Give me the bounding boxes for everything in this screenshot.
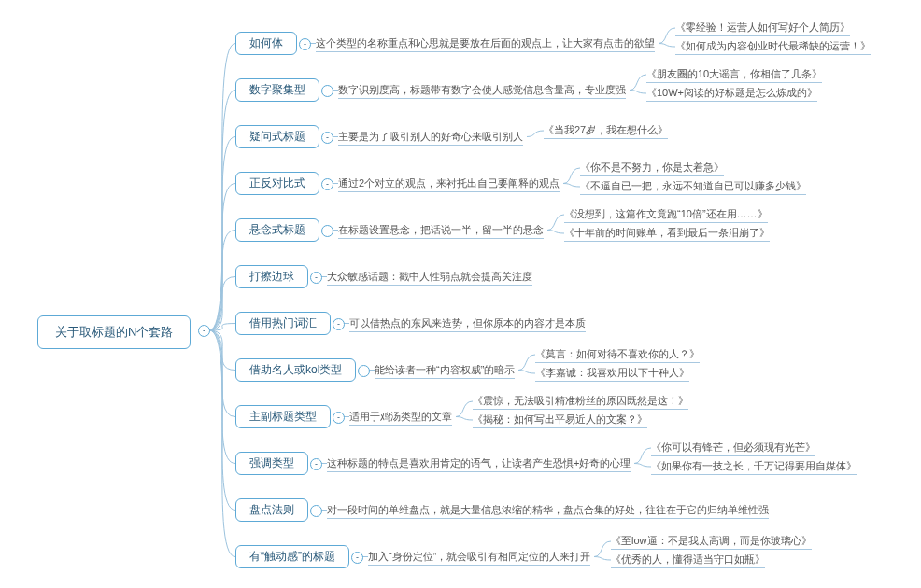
category-node[interactable]: 疑问式标题: [235, 125, 319, 148]
example-text: 《10W+阅读的好标题是怎么炼成的》: [646, 86, 817, 102]
category-node[interactable]: 有“触动感”的标题: [235, 545, 349, 568]
category-desc: 大众敏感话题：戳中人性弱点就会提高关注度: [327, 270, 532, 286]
root-node[interactable]: 关于取标题的N个套路: [37, 315, 191, 349]
example-label: 《没想到，这篇作文竟跑“10倍”还在用……》: [564, 208, 768, 219]
category-node[interactable]: 打擦边球: [235, 265, 308, 288]
example-text: 《你可以有锋芒，但必须现有光芒》: [651, 441, 815, 456]
category-collapse-toggle[interactable]: -: [310, 505, 322, 517]
example-text: 《李嘉诚：我喜欢用以下十种人》: [535, 366, 689, 382]
example-text: 《如果你有一技之长，千万记得要用自媒体》: [651, 459, 857, 475]
root-label: 关于取标题的N个套路: [55, 325, 173, 339]
minus-icon: -: [326, 86, 329, 95]
example-label: 《李嘉诚：我喜欢用以下十种人》: [535, 367, 689, 378]
desc-text: 可以借热点的东风来造势，但你原本的内容才是本质: [349, 317, 586, 329]
category-collapse-toggle[interactable]: -: [321, 178, 333, 190]
desc-text: 通过2个对立的观点，来衬托出自已要阐释的观点: [338, 177, 560, 189]
desc-text: 数字识别度高，标题带有数字会使人感觉信息含量高，专业度强: [338, 84, 626, 95]
example-label: 《如何成为内容创业时代最稀缺的运营！》: [675, 40, 871, 51]
category-label: 正反对比式: [249, 176, 305, 189]
example-text: 《朋友圈的10大谣言，你相信了几条》: [646, 67, 822, 83]
category-desc: 加入“身份定位”，就会吸引有相同定位的人来打开: [368, 550, 590, 566]
example-text: 《优秀的人，懂得适当守口如瓶》: [611, 553, 765, 568]
example-text: 《至low逼：不是我太高调，而是你玻璃心》: [611, 534, 812, 550]
minus-icon: -: [362, 366, 365, 375]
category-node[interactable]: 主副标题类型: [235, 405, 331, 428]
desc-text: 大众敏感话题：戳中人性弱点就会提高关注度: [327, 271, 532, 282]
example-text: 《如何成为内容创业时代最稀缺的运营！》: [675, 39, 871, 55]
desc-text: 主要是为了吸引别人的好奇心来吸引别人: [338, 131, 523, 142]
category-collapse-toggle[interactable]: -: [321, 85, 333, 97]
category-collapse-toggle[interactable]: -: [351, 552, 363, 564]
category-node[interactable]: 强调类型: [235, 452, 308, 475]
example-text: 《十年前的时间账单，看到最后一条泪崩了》: [564, 226, 770, 242]
desc-text: 这种标题的特点是喜欢用肯定的语气，让读者产生恐惧+好奇的心理: [327, 457, 631, 469]
example-label: 《你不是不努力，你是太着急》: [580, 161, 724, 173]
category-label: 打擦边球: [249, 270, 294, 283]
example-label: 《不逼自已一把，永远不知道自已可以赚多少钱》: [580, 180, 806, 191]
example-label: 《零经验！运营人如何写好个人简历》: [675, 21, 850, 33]
category-desc: 对一段时间的单维盘点，就是大量信息浓缩的精华，盘点合集的好处，往往在于它的归纳单…: [327, 503, 769, 519]
minus-icon: -: [304, 39, 306, 49]
category-label: 强调类型: [249, 456, 294, 469]
category-desc: 可以借热点的东风来造势，但你原本的内容才是本质: [349, 316, 586, 332]
category-desc: 这个类型的名称重点和心思就是要放在后面的观点上，让大家有点击的欲望: [316, 36, 655, 52]
desc-text: 加入“身份定位”，就会吸引有相同定位的人来打开: [368, 551, 590, 562]
minus-icon: -: [326, 133, 329, 142]
example-text: 《没想到，这篇作文竟跑“10倍”还在用……》: [564, 207, 768, 223]
category-collapse-toggle[interactable]: -: [321, 225, 333, 237]
minus-icon: -: [326, 179, 329, 189]
category-collapse-toggle[interactable]: -: [333, 318, 345, 330]
category-node[interactable]: 悬念式标题: [235, 218, 319, 242]
desc-text: 对一段时间的单维盘点，就是大量信息浓缩的精华，盘点合集的好处，往往在于它的归纳单…: [327, 504, 769, 515]
minus-icon: -: [315, 459, 318, 469]
minus-icon: -: [337, 413, 340, 422]
category-label: 借用热门词汇: [249, 316, 317, 329]
category-label: 悬念式标题: [249, 223, 305, 236]
desc-text: 在标题设置悬念，把话说一半，留一半的悬念: [338, 224, 544, 235]
category-desc: 通过2个对立的观点，来衬托出自已要阐释的观点: [338, 176, 560, 192]
category-collapse-toggle[interactable]: -: [310, 458, 322, 470]
minus-icon: -: [337, 319, 340, 329]
example-label: 《莫言：如何对待不喜欢你的人？》: [535, 348, 700, 359]
example-text: 《你不是不努力，你是太着急》: [580, 161, 724, 176]
minus-icon: -: [315, 506, 318, 515]
category-node[interactable]: 借助名人或kol类型: [235, 358, 356, 382]
category-label: 数字聚集型: [249, 83, 305, 96]
category-collapse-toggle[interactable]: -: [333, 412, 345, 424]
example-text: 《震惊，无法吸引精准粉丝的原因既然是这！》: [473, 394, 688, 410]
category-label: 借助名人或kol类型: [249, 363, 342, 376]
category-desc: 在标题设置悬念，把话说一半，留一半的悬念: [338, 223, 544, 239]
category-collapse-toggle[interactable]: -: [310, 272, 322, 284]
minus-icon: -: [356, 553, 359, 562]
category-desc: 主要是为了吸引别人的好奇心来吸引别人: [338, 130, 523, 146]
example-label: 《优秀的人，懂得适当守口如瓶》: [611, 553, 765, 565]
example-label: 《你可以有锋芒，但必须现有光芒》: [651, 441, 815, 453]
example-label: 《震惊，无法吸引精准粉丝的原因既然是这！》: [473, 395, 688, 406]
category-desc: 这种标题的特点是喜欢用肯定的语气，让读者产生恐惧+好奇的心理: [327, 456, 631, 472]
example-label: 《10W+阅读的好标题是怎么炼成的》: [646, 87, 817, 98]
example-label: 《当我27岁，我在想什么》: [544, 124, 668, 135]
desc-text: 能给读者一种“内容权威”的暗示: [375, 364, 515, 375]
category-desc: 适用于鸡汤类型的文章: [349, 410, 452, 426]
example-label: 《如果你有一技之长，千万记得要用自媒体》: [651, 460, 857, 471]
category-label: 疑问式标题: [249, 130, 305, 143]
category-desc: 能给读者一种“内容权威”的暗示: [375, 363, 515, 379]
example-text: 《当我27岁，我在想什么》: [544, 123, 668, 139]
category-collapse-toggle[interactable]: -: [299, 38, 311, 50]
desc-text: 适用于鸡汤类型的文章: [349, 411, 452, 422]
category-node[interactable]: 盘点法则: [235, 498, 308, 522]
category-label: 主副标题类型: [249, 410, 317, 423]
category-node[interactable]: 如何体: [235, 32, 297, 55]
minus-icon: -: [326, 226, 329, 235]
category-node[interactable]: 正反对比式: [235, 172, 319, 195]
category-node[interactable]: 数字聚集型: [235, 78, 319, 102]
example-label: 《至low逼：不是我太高调，而是你玻璃心》: [611, 535, 812, 546]
root-collapse-toggle[interactable]: -: [198, 325, 210, 337]
example-text: 《不逼自已一把，永远不知道自已可以赚多少钱》: [580, 179, 806, 195]
category-collapse-toggle[interactable]: -: [321, 132, 333, 144]
category-collapse-toggle[interactable]: -: [358, 365, 370, 377]
category-label: 盘点法则: [249, 503, 294, 516]
category-desc: 数字识别度高，标题带有数字会使人感觉信息含量高，专业度强: [338, 83, 626, 99]
minus-icon: -: [315, 273, 318, 282]
category-node[interactable]: 借用热门词汇: [235, 312, 331, 335]
